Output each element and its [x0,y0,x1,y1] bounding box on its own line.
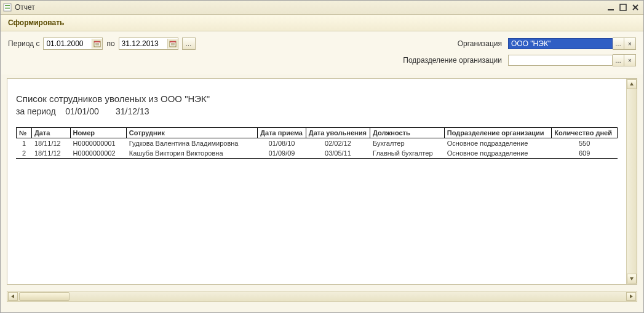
organization-label: Организация [458,39,502,48]
svg-marker-17 [630,277,634,280]
horizontal-scrollbar[interactable] [7,291,637,302]
organization-clear-button[interactable]: × [624,38,636,50]
report-period: за период 01/01/00 31/12/13 [16,106,618,116]
scroll-left-icon[interactable] [8,292,18,301]
period-from-label: Период с [8,39,39,48]
col-position: Должность [370,128,445,138]
toolbar: Сформировать [1,15,643,31]
window-title: Отчет [15,3,35,12]
col-days: Количество дней [552,128,618,138]
vertical-scrollbar[interactable] [626,79,637,284]
organization-select-button[interactable]: … [613,38,624,50]
table-row: 1 18/11/12 H0000000001 Гудкова Валентина… [17,138,618,149]
close-button[interactable] [630,2,641,12]
report-period-label: за период [16,106,56,116]
svg-rect-3 [5,8,10,9]
table-header-row: № Дата Номер Сотрудник Дата приема Дата … [17,128,618,138]
department-lookup[interactable]: … × [508,55,636,66]
titlebar: Отчет [1,1,643,15]
organization-lookup[interactable]: … × [508,38,636,49]
report-title: Список сотрудников уволеных из ООО "НЭК" [16,93,618,104]
filter-panel: Период с по … Организация [1,31,643,74]
scroll-thumb[interactable] [19,292,70,301]
period-to-label: по [106,39,114,48]
report-table: № Дата Номер Сотрудник Дата приема Дата … [16,127,618,159]
svg-marker-18 [11,295,14,298]
period-from-field[interactable] [44,39,92,48]
svg-rect-1 [5,5,10,6]
organization-field[interactable] [508,38,613,49]
col-employee: Сотрудник [126,128,257,138]
svg-rect-2 [5,7,10,7]
period-to-input[interactable] [119,38,178,50]
minimize-button[interactable] [605,2,616,12]
report-period-from: 01/01/00 [65,106,99,116]
svg-marker-19 [630,295,633,298]
app-icon [3,3,12,12]
report-window: Отчет Сформировать Период с по [0,0,644,313]
department-field[interactable] [508,55,613,66]
department-label: Подразделение организации [403,56,502,65]
scroll-up-icon[interactable] [627,79,637,89]
col-hire-date: Дата приема [258,128,306,138]
svg-rect-9 [94,41,100,42]
period-to-field[interactable] [119,39,167,48]
report-area: Список сотрудников уволеных из ООО "НЭК"… [7,78,637,285]
svg-rect-13 [170,41,176,42]
period-from-input[interactable] [43,38,103,50]
scroll-down-icon[interactable] [627,274,637,283]
col-number: Номер [70,128,126,138]
col-n: № [17,128,32,138]
period-select-button[interactable]: … [182,38,196,50]
col-fire-date: Дата увольнения [306,128,370,138]
table-row: 2 18/11/12 H0000000002 Кашуба Виктория В… [17,148,618,159]
report-content: Список сотрудников уволеных из ООО "НЭК"… [7,79,626,284]
svg-marker-16 [630,82,634,85]
department-clear-button[interactable]: × [624,54,636,66]
calendar-icon[interactable] [167,39,178,49]
col-department: Подразделение организации [444,128,552,138]
scroll-right-icon[interactable] [626,292,636,301]
svg-rect-5 [620,4,626,10]
generate-button[interactable]: Сформировать [4,17,68,28]
report-period-to: 31/12/13 [116,106,149,116]
calendar-icon[interactable] [92,39,102,49]
department-select-button[interactable]: … [613,54,624,66]
col-date: Дата [31,128,70,138]
maximize-button[interactable] [618,2,629,12]
svg-rect-4 [608,9,614,10]
